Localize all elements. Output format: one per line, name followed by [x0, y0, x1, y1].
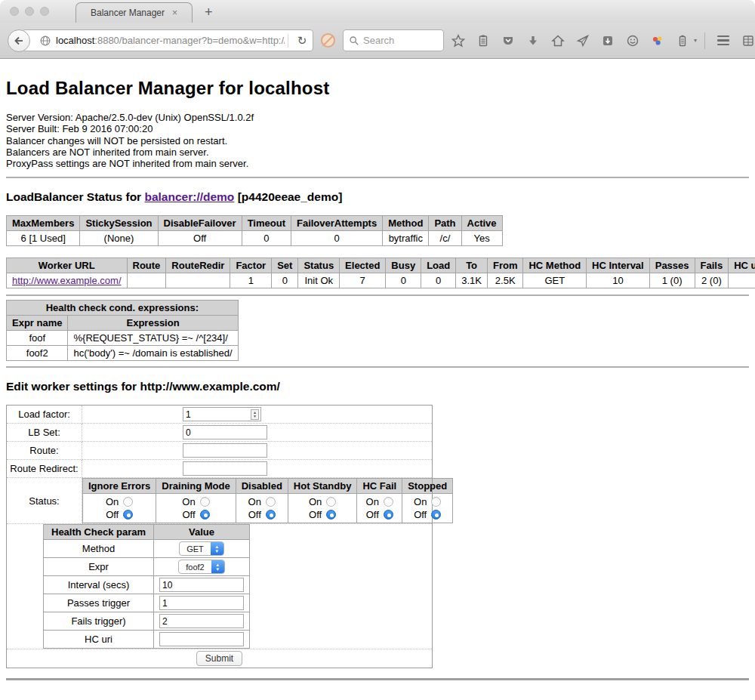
draining-mode-off-radio[interactable]	[200, 510, 210, 520]
new-tab-button[interactable]: +	[205, 5, 213, 23]
interval-input[interactable]	[159, 578, 244, 592]
divider	[6, 678, 749, 680]
back-button[interactable]	[8, 29, 30, 52]
form-row-lb-set: LB Set:	[7, 424, 433, 442]
tab-groups-button[interactable]	[738, 29, 755, 52]
save-box-button[interactable]	[597, 29, 618, 52]
cell-expression: hc('body') =~ /domain is established/	[68, 346, 238, 361]
site-identity-globe-icon[interactable]	[39, 35, 51, 47]
method-select[interactable]: GET ▲▼	[179, 541, 224, 556]
page-content: Load Balancer Manager for localhost Serv…	[0, 59, 755, 680]
hot-standby-on-radio[interactable]	[326, 497, 336, 507]
balancer-demo-link[interactable]: balancer://demo	[144, 190, 234, 203]
lb-set-input[interactable]	[183, 425, 267, 439]
load-factor-label: Load factor:	[7, 406, 82, 424]
heading-suffix: [p4420eeae_demo]	[234, 190, 342, 203]
lb-set-label: LB Set:	[7, 424, 82, 442]
tab-balancer-manager[interactable]: Balancer Manager ×	[76, 2, 193, 23]
col-from: From	[487, 258, 523, 273]
url-divider	[288, 34, 288, 48]
feedback-button[interactable]	[622, 29, 643, 52]
battery-icon	[676, 34, 689, 48]
downloads-button[interactable]	[522, 29, 544, 52]
reload-button[interactable]: ↻	[291, 30, 313, 51]
col-expression: Expression	[68, 316, 238, 331]
url-bar[interactable]: localhost:8880/balancer-manager?b=demo&w…	[22, 29, 313, 51]
cell-hc-uri	[729, 273, 755, 288]
search-bar[interactable]	[343, 29, 444, 51]
content-blocked-icon[interactable]	[321, 33, 335, 48]
col-hc-value: Value	[154, 525, 250, 540]
col-factor: Factor	[230, 258, 272, 273]
chevron-down-icon[interactable]: ▾	[694, 37, 697, 44]
cell-load: 0	[421, 273, 456, 288]
radio-label-off: Off	[248, 508, 261, 521]
cell-elected: 7	[340, 273, 386, 288]
table-title-row: Health check cond. expressions:	[7, 301, 239, 316]
route-input[interactable]	[183, 443, 267, 458]
search-icon	[349, 35, 359, 46]
radio-label-off: Off	[366, 508, 379, 521]
hc-header-row: Health Check param Value	[44, 525, 250, 540]
hc-fail-on-radio[interactable]	[384, 497, 393, 507]
load-factor-input[interactable]	[183, 407, 261, 421]
clipboard-manager-button[interactable]	[672, 29, 693, 52]
worker-url-link[interactable]: http://www.example.com/	[12, 275, 122, 286]
disabled-off-radio[interactable]	[266, 510, 276, 520]
stopped-off-radio[interactable]	[431, 510, 441, 520]
col-active: Active	[461, 216, 502, 231]
server-info: Server Version: Apache/2.5.0-dev (Unix) …	[6, 112, 749, 169]
expr-select[interactable]: foof2 ▲▼	[178, 560, 224, 574]
home-button[interactable]	[547, 29, 569, 52]
fails-input[interactable]	[159, 614, 244, 628]
hc-row-fails: Fails trigger)	[44, 612, 250, 631]
draining-mode-on-radio[interactable]	[200, 497, 210, 507]
col-ignore-errors: Ignore Errors	[83, 479, 156, 494]
pocket-button[interactable]	[498, 29, 519, 52]
notice-persist: Balancer changes will NOT be persisted o…	[6, 135, 749, 146]
ignore-errors-off-radio[interactable]	[123, 510, 133, 520]
select-arrows-icon: ▲▼	[211, 542, 223, 555]
status-label: Status:	[7, 478, 82, 524]
worker-table: Worker URL Route RouteRedir Factor Set S…	[6, 257, 755, 288]
box-download-icon	[601, 34, 615, 48]
stopped-on-radio[interactable]	[431, 497, 441, 507]
form-row-route-redirect: Route Redirect:	[7, 460, 433, 478]
submit-button[interactable]: Submit	[196, 651, 242, 666]
hc-fail-off-radio[interactable]	[384, 510, 393, 520]
bookmarks-menu-button[interactable]	[473, 29, 494, 52]
ignore-errors-on-radio[interactable]	[123, 497, 133, 507]
cell-path: /c/	[429, 231, 461, 246]
hamburger-icon	[717, 35, 729, 46]
zoom-window-button[interactable]	[40, 7, 49, 16]
radio-label-off: Off	[414, 508, 427, 521]
hot-standby-off-radio[interactable]	[326, 510, 336, 520]
number-stepper[interactable]: ▲▼	[251, 409, 259, 420]
route-redirect-label: Route Redirect:	[7, 460, 82, 478]
colors-extension-button[interactable]	[647, 29, 668, 52]
route-redirect-input[interactable]	[183, 461, 267, 476]
cell-passes: 1 (0)	[649, 273, 695, 288]
radio-label-off: Off	[309, 508, 322, 521]
cell-expr-name: foof2	[7, 346, 68, 361]
close-window-button[interactable]	[10, 7, 19, 16]
server-built: Server Built: Feb 9 2016 07:00:20	[6, 123, 749, 134]
expr-label: Expr	[44, 558, 154, 576]
tab-close-icon[interactable]: ×	[172, 8, 177, 18]
send-tab-button[interactable]	[572, 29, 593, 52]
col-hot-standby: Hot Standby	[288, 479, 357, 494]
radio-label-on: On	[366, 495, 379, 508]
col-hc-interval: HC Interval	[587, 258, 650, 273]
edit-worker-heading: Edit worker settings for http://www.exam…	[6, 380, 749, 393]
menu-button[interactable]	[713, 29, 734, 52]
hc-uri-input[interactable]	[159, 632, 244, 646]
method-selected-value: GET	[180, 542, 211, 555]
minimize-window-button[interactable]	[25, 7, 34, 16]
disabled-on-radio[interactable]	[266, 497, 276, 507]
col-stickysession: StickySession	[80, 216, 158, 231]
hc-row-interval: Interval (secs)	[44, 576, 250, 594]
search-input[interactable]	[363, 35, 431, 46]
hc-row-method: Method GET ▲▼	[44, 540, 250, 558]
bookmark-star-button[interactable]	[448, 29, 469, 52]
passes-input[interactable]	[159, 596, 244, 610]
